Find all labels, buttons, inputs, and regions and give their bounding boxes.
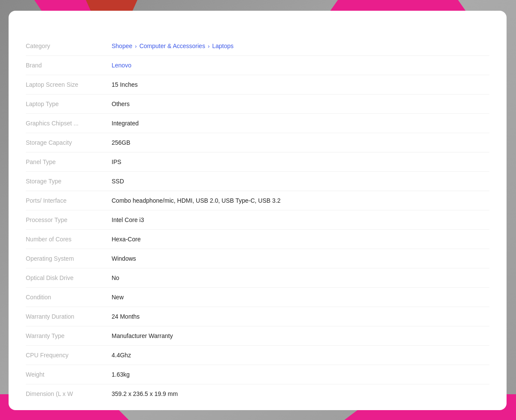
spec-row-optical-disk-drive: Optical Disk DriveNo: [26, 268, 489, 288]
spec-label-warranty-duration: Warranty Duration: [26, 313, 112, 320]
spec-value-laptop-type: Others: [112, 100, 489, 107]
spec-value-laptop-screen-size: 15 Inches: [112, 81, 489, 88]
spec-row-number-of-cores: Number of CoresHexa-Core: [26, 230, 489, 249]
spec-label-category: Category: [26, 43, 112, 49]
breadcrumb-separator: ›: [208, 43, 209, 49]
spec-value-storage-capacity: 256GB: [112, 139, 489, 146]
spec-value-processor-type: Intel Core i3: [112, 216, 489, 223]
breadcrumb-item-2[interactable]: Laptops: [212, 43, 234, 49]
spec-label-weight: Weight: [26, 371, 112, 378]
spec-row-dimension: Dimension (L x W359.2 x 236.5 x 19.9 mm: [26, 384, 489, 403]
spec-row-operating-system: Operating SystemWindows: [26, 249, 489, 268]
spec-label-panel-type: Panel Type: [26, 158, 112, 165]
spec-value-condition: New: [112, 294, 489, 301]
breadcrumb-item-0[interactable]: Shopee: [112, 43, 132, 49]
spec-label-ports-interface: Ports/ Interface: [26, 197, 112, 204]
spec-value-weight: 1.63kg: [112, 371, 489, 378]
spec-label-storage-type: Storage Type: [26, 178, 112, 185]
spec-row-graphics-chipset: Graphics Chipset ...Integrated: [26, 114, 489, 133]
product-specs-card: CategoryShopee›Computer & Accessories›La…: [9, 11, 507, 410]
spec-label-laptop-type: Laptop Type: [26, 100, 112, 107]
spec-row-brand: BrandLenovo: [26, 56, 489, 75]
spec-row-warranty-duration: Warranty Duration24 Months: [26, 307, 489, 326]
spec-table: CategoryShopee›Computer & Accessories›La…: [26, 37, 489, 403]
spec-label-operating-system: Operating System: [26, 255, 112, 262]
spec-value-ports-interface: Combo headphone/mic, HDMI, USB 2.0, USB …: [112, 197, 489, 204]
spec-row-category: CategoryShopee›Computer & Accessories›La…: [26, 37, 489, 56]
spec-value-category: Shopee›Computer & Accessories›Laptops: [112, 43, 489, 49]
breadcrumb-separator: ›: [135, 43, 137, 49]
spec-value-storage-type: SSD: [112, 178, 489, 185]
spec-label-graphics-chipset: Graphics Chipset ...: [26, 120, 112, 127]
spec-label-processor-type: Processor Type: [26, 216, 112, 223]
spec-value-brand: Lenovo: [112, 62, 489, 69]
spec-row-cpu-frequency: CPU Frequency4.4Ghz: [26, 346, 489, 365]
spec-label-storage-capacity: Storage Capacity: [26, 139, 112, 146]
spec-label-warranty-type: Warranty Type: [26, 332, 112, 339]
spec-label-cpu-frequency: CPU Frequency: [26, 352, 112, 359]
breadcrumb-item-1[interactable]: Computer & Accessories: [140, 43, 205, 49]
spec-row-storage-type: Storage TypeSSD: [26, 172, 489, 191]
spec-label-laptop-screen-size: Laptop Screen Size: [26, 81, 112, 88]
spec-row-weight: Weight1.63kg: [26, 365, 489, 384]
spec-value-cpu-frequency: 4.4Ghz: [112, 352, 489, 359]
spec-label-dimension: Dimension (L x W: [26, 390, 112, 397]
spec-value-panel-type: IPS: [112, 158, 489, 165]
spec-value-optical-disk-drive: No: [112, 274, 489, 281]
spec-label-number-of-cores: Number of Cores: [26, 236, 112, 243]
spec-row-storage-capacity: Storage Capacity256GB: [26, 133, 489, 152]
spec-row-ports-interface: Ports/ InterfaceCombo headphone/mic, HDM…: [26, 191, 489, 210]
spec-row-laptop-screen-size: Laptop Screen Size15 Inches: [26, 75, 489, 94]
spec-label-brand: Brand: [26, 62, 112, 69]
spec-row-processor-type: Processor TypeIntel Core i3: [26, 210, 489, 230]
spec-row-panel-type: Panel TypeIPS: [26, 152, 489, 172]
spec-value-graphics-chipset: Integrated: [112, 120, 489, 127]
spec-value-warranty-duration: 24 Months: [112, 313, 489, 320]
spec-value-dimension: 359.2 x 236.5 x 19.9 mm: [112, 390, 489, 397]
spec-row-condition: ConditionNew: [26, 288, 489, 307]
spec-value-operating-system: Windows: [112, 255, 489, 262]
spec-label-optical-disk-drive: Optical Disk Drive: [26, 274, 112, 281]
spec-row-warranty-type: Warranty TypeManufacturer Warranty: [26, 326, 489, 346]
spec-value-warranty-type: Manufacturer Warranty: [112, 332, 489, 339]
spec-row-laptop-type: Laptop TypeOthers: [26, 94, 489, 114]
spec-label-condition: Condition: [26, 294, 112, 301]
spec-value-number-of-cores: Hexa-Core: [112, 236, 489, 243]
